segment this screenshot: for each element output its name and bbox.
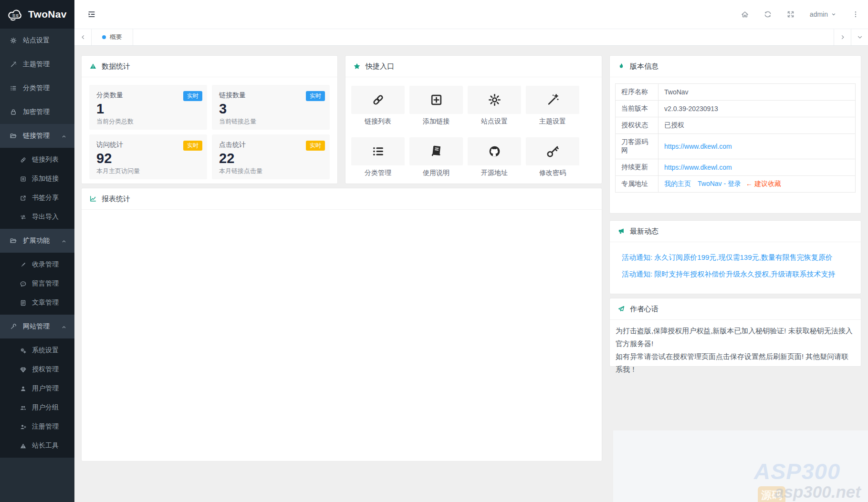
shortcut-open-source[interactable]: 开源地址: [468, 137, 521, 177]
stat-box-categories: 分类数量 1 当前分类总数 实时: [89, 85, 207, 130]
shortcut-site-settings[interactable]: 站点设置: [468, 86, 521, 126]
user-menu[interactable]: admin: [810, 10, 837, 18]
sidebar-item-user-groups[interactable]: 用户分组: [0, 398, 74, 417]
magic-wand-icon: [10, 61, 17, 68]
login-link[interactable]: TwoNav - 登录: [698, 180, 741, 187]
author-card: 作者心语 为打击盗版,保障授权用户权益,新版本已加入秘钥验证! 未获取秘钥无法接…: [609, 298, 861, 367]
chart-line-icon: [90, 195, 96, 202]
sidebar-item-users[interactable]: 用户管理: [0, 379, 74, 398]
shortcut-grid: 链接列表 添加链接 站点设置 主题设置: [345, 77, 602, 186]
shortcut-link-list[interactable]: 链接列表: [351, 86, 405, 126]
sidebar-item-webmaster-tools[interactable]: 站长工具: [0, 436, 74, 455]
sidebar: 落霞 TwoNav 站点设置 主题管理 分类管理 加密管理: [0, 0, 74, 502]
shortcut-label: 分类管理: [351, 169, 405, 177]
report-card: 报表统计: [81, 188, 602, 461]
submenu-link-management: 链接列表 添加链接 书签分享 导出导入: [0, 148, 74, 229]
shortcut-theme-settings[interactable]: 主题设置: [526, 86, 579, 126]
tabbar-spacer: [133, 29, 834, 45]
shortcut-label: 开源地址: [468, 169, 521, 177]
file-text-icon: [20, 300, 26, 306]
card-title: 最新动态: [630, 227, 659, 236]
sidebar-item-comments[interactable]: 留言管理: [0, 274, 74, 293]
realtime-badge: 实时: [183, 91, 202, 101]
shortcut-change-password[interactable]: 修改密码: [526, 137, 579, 177]
tab-overview[interactable]: 概要: [92, 29, 133, 45]
sidebar-item-encryption[interactable]: 加密管理: [0, 100, 74, 124]
sidebar-item-label: 授权管理: [32, 365, 59, 374]
version-card-header: 版本信息: [610, 56, 861, 77]
stats-card-header: 数据统计: [82, 56, 337, 77]
refresh-button[interactable]: [764, 10, 772, 18]
tabbar: 概要: [74, 29, 868, 46]
menu-fold-icon: [88, 10, 95, 18]
sidebar-item-registration[interactable]: 注册管理: [0, 417, 74, 436]
plus-square-icon: [430, 93, 443, 106]
stat-value: 92: [96, 150, 200, 166]
watermark-panel: ASP300源码 asp300.net: [613, 430, 868, 502]
more-options-button[interactable]: [852, 10, 859, 18]
dkewl-link[interactable]: https://www.dkewl.com: [664, 143, 732, 150]
tabs-scroll-right-button[interactable]: [834, 29, 851, 45]
list-icon: [372, 145, 385, 158]
stat-desc: 当前分类总数: [96, 117, 200, 126]
shortcut-label: 站点设置: [468, 117, 521, 126]
tabs-scroll-left-button[interactable]: [74, 29, 92, 45]
sidebar-item-authorization[interactable]: 授权管理: [0, 360, 74, 379]
gear-icon: [488, 93, 501, 106]
stats-card: 数据统计 分类数量 1 当前分类总数 实时 链接数量 3 当前链接总量 实时: [81, 55, 338, 184]
shortcut-add-link[interactable]: 添加链接: [409, 86, 463, 126]
app-logo[interactable]: 落霞 TwoNav: [0, 0, 74, 29]
sidebar-item-categories[interactable]: 分类管理: [0, 76, 74, 100]
sidebar-item-export-import[interactable]: 导出导入: [0, 207, 74, 226]
table-row: 持续更新 https://www.dkewl.com: [616, 159, 856, 176]
left-arrow-icon: ←: [746, 180, 753, 187]
fullscreen-icon: [787, 10, 795, 18]
realtime-badge: 实时: [306, 141, 325, 151]
news-item-link[interactable]: 活动通知: 限时支持年授权补偿价升级永久授权,升级请联系技术支持: [622, 270, 849, 279]
active-tab-dot: [102, 35, 106, 39]
magic-wand-icon: [546, 93, 559, 106]
sidebar-item-label: 网站管理: [23, 322, 50, 331]
key-icon: [546, 145, 559, 158]
shortcut-user-guide[interactable]: 使用说明: [409, 137, 463, 177]
stat-desc: 当前链接总量: [219, 117, 323, 126]
sidebar-item-link-list[interactable]: 链接列表: [0, 150, 74, 169]
version-row-value: 已授权: [659, 117, 856, 134]
sidebar-item-system-settings[interactable]: 系统设置: [0, 341, 74, 360]
home-button[interactable]: [741, 10, 749, 18]
sidebar-item-label: 留言管理: [32, 279, 59, 288]
home-icon: [741, 10, 749, 18]
gem-icon: [20, 367, 26, 373]
sidebar-item-website-management[interactable]: 网站管理: [0, 315, 74, 338]
warning-icon: [20, 443, 26, 449]
sidebar-item-extensions[interactable]: 扩展功能: [0, 229, 74, 253]
shortcut-category-management[interactable]: 分类管理: [351, 137, 405, 177]
news-item-link[interactable]: 活动通知: 永久订阅原价199元,现仅需139元,数量有限售完恢复原价: [622, 253, 849, 262]
pencil-icon: [20, 262, 26, 268]
report-card-header: 报表统计: [82, 188, 602, 210]
sidebar-item-site-settings[interactable]: 站点设置: [0, 29, 74, 52]
submenu-extensions: 收录管理 留言管理 文章管理: [0, 253, 74, 315]
my-homepage-link[interactable]: 我的主页: [664, 180, 691, 187]
sidebar-item-label: 分类管理: [23, 84, 50, 92]
sidebar-item-bookmark-share[interactable]: 书签分享: [0, 188, 74, 207]
twonav-admin-app: 落霞 TwoNav 站点设置 主题管理 分类管理 加密管理: [0, 0, 868, 502]
shortcut-label: 链接列表: [351, 117, 405, 126]
chevron-left-icon: [80, 34, 86, 40]
github-icon: [488, 145, 501, 158]
version-row-label: 授权状态: [616, 117, 659, 134]
flame-icon: [618, 63, 625, 70]
sidebar-item-add-link[interactable]: 添加链接: [0, 169, 74, 188]
sidebar-toggle-button[interactable]: [88, 10, 95, 18]
sidebar-item-link-management[interactable]: 链接管理: [0, 124, 74, 148]
shortcut-label: 添加链接: [409, 117, 463, 126]
sidebar-item-theme[interactable]: 主题管理: [0, 52, 74, 76]
table-row: 专属地址 我的主页TwoNav - 登录←建议收藏: [616, 176, 856, 193]
sidebar-item-inclusion[interactable]: 收录管理: [0, 255, 74, 274]
update-link[interactable]: https://www.dkewl.com: [664, 164, 732, 171]
tabs-menu-button[interactable]: [851, 29, 868, 45]
sidebar-item-label: 系统设置: [32, 346, 59, 355]
fullscreen-button[interactable]: [787, 10, 795, 18]
sidebar-item-articles[interactable]: 文章管理: [0, 293, 74, 312]
stat-value: 3: [219, 101, 323, 117]
